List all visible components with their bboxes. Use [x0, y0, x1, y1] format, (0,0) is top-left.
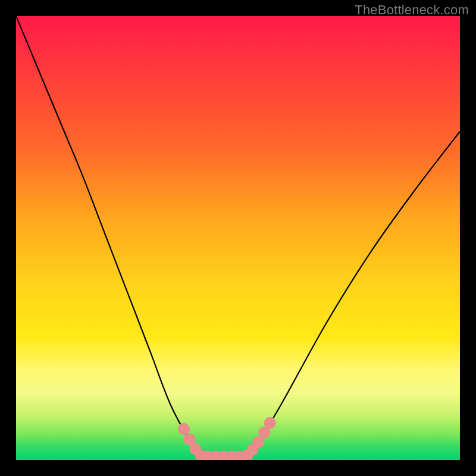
- bottleneck-curve-path: [16, 16, 460, 460]
- minimum-markers: [178, 417, 276, 460]
- minimum-marker-dot: [178, 423, 190, 435]
- chart-stage: TheBottleneck.com: [0, 0, 476, 476]
- curve-layer: [16, 16, 460, 460]
- plot-area: [16, 16, 460, 460]
- minimum-marker-dot: [264, 417, 276, 429]
